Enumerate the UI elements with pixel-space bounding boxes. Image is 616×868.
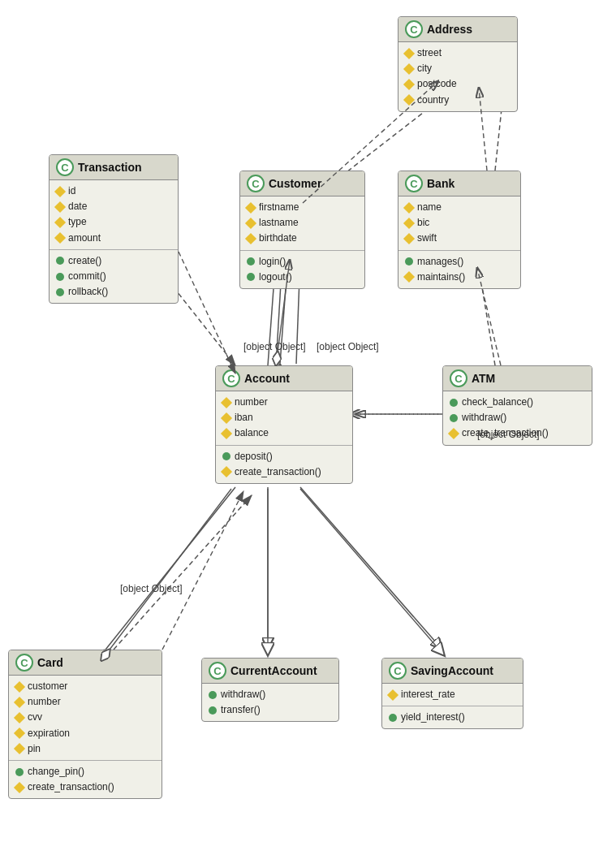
diamond-icon (14, 712, 25, 723)
circle-icon (247, 273, 255, 281)
class-current-account-name: CurrentAccount (230, 664, 317, 677)
class-bank-name: Bank (427, 177, 454, 190)
class-current-account: C CurrentAccount withdraw() transfer() (201, 658, 339, 722)
label-multiplicity-1star: [object Object] (243, 341, 306, 352)
class-saving-account-header: C SavingAccount (382, 659, 523, 684)
attr-address-city: city (405, 61, 510, 76)
diamond-icon (14, 728, 25, 739)
class-icon-account: C (222, 369, 240, 387)
diamond-icon (387, 689, 398, 701)
class-icon-saving-account: C (389, 662, 407, 680)
circle-icon (209, 706, 217, 715)
class-card-name: Card (37, 656, 63, 669)
diamond-icon (14, 743, 25, 754)
diamond-icon (403, 94, 415, 106)
circle-icon (405, 257, 413, 266)
circle-icon (56, 257, 64, 265)
diamond-icon (221, 412, 232, 424)
class-card-header: C Card (9, 650, 162, 676)
class-address-name: Address (427, 23, 472, 36)
diamond-icon (403, 48, 415, 59)
diamond-icon (403, 79, 415, 90)
diamond-icon (54, 201, 66, 213)
diamond-icon (54, 217, 66, 228)
attr-address-street: street (405, 45, 510, 61)
class-account-name: Account (244, 372, 290, 385)
diamond-icon (245, 202, 256, 214)
class-icon-bank: C (405, 175, 423, 192)
diamond-icon (403, 233, 415, 244)
class-icon-current-account: C (209, 662, 226, 680)
diamond-icon (14, 782, 25, 793)
diamond-icon (403, 218, 415, 229)
svg-line-28 (110, 489, 231, 650)
class-saving-account-methods: yield_interest() (382, 706, 523, 728)
diamond-icon (403, 63, 415, 75)
class-transaction-name: Transaction (78, 161, 142, 174)
class-icon-atm: C (450, 369, 467, 387)
class-customer: C Customer firstname lastname birthdate … (239, 171, 365, 289)
diamond-icon (403, 271, 415, 283)
class-saving-account: C SavingAccount interest_rate yield_inte… (381, 658, 523, 729)
class-customer-attrs: firstname lastname birthdate (240, 196, 364, 251)
label-multiplicity-0star-atm: [object Object] (477, 429, 540, 440)
class-card-methods: change_pin() create_transaction() (9, 761, 162, 798)
svg-line-12 (300, 487, 442, 650)
class-account-header: C Account (216, 366, 352, 391)
class-bank-header: C Bank (398, 171, 520, 196)
class-address-header: C Address (398, 17, 517, 42)
diamond-icon (14, 697, 25, 708)
class-icon-customer: C (247, 175, 265, 192)
circle-icon (247, 257, 255, 266)
circle-icon (450, 414, 458, 422)
class-transaction-header: C Transaction (50, 155, 178, 180)
diamond-icon (221, 397, 232, 408)
class-address-attrs: street city postcode country (398, 42, 517, 111)
class-saving-account-attrs: interest_rate (382, 684, 523, 706)
uml-diagram: C Address street city postcode country (0, 0, 616, 868)
class-atm-header: C ATM (443, 366, 592, 391)
circle-icon (15, 768, 24, 776)
class-transaction: C Transaction id date type amount (49, 154, 179, 304)
class-address: C Address street city postcode country (398, 16, 518, 112)
class-customer-name: Customer (269, 177, 321, 190)
attr-address-country: country (405, 93, 510, 108)
class-transaction-attrs: id date type amount (50, 180, 178, 250)
circle-icon (389, 714, 397, 722)
class-account: C Account number iban balance deposit() (215, 365, 353, 484)
diamond-icon (221, 428, 232, 439)
diamond-icon (448, 428, 459, 439)
class-icon-transaction: C (56, 158, 74, 176)
diamond-icon (245, 233, 256, 244)
circle-icon (209, 691, 217, 699)
class-saving-account-name: SavingAccount (411, 664, 493, 677)
class-card: C Card customer number cvv expiration (8, 650, 162, 799)
class-account-methods: deposit() create_transaction() (216, 446, 352, 483)
circle-icon (222, 452, 230, 460)
circle-icon (56, 288, 64, 296)
svg-line-22 (179, 252, 235, 374)
svg-line-13 (106, 487, 235, 650)
diamond-icon (54, 186, 66, 197)
attr-address-postcode: postcode (405, 76, 510, 92)
diamond-icon (14, 681, 25, 693)
class-card-attrs: customer number cvv expiration pin (9, 676, 162, 761)
svg-line-29 (162, 491, 243, 650)
class-customer-methods: login() logout() (240, 251, 364, 288)
class-bank: C Bank name bic swift manages() (398, 171, 521, 289)
svg-line-10 (114, 495, 252, 650)
class-icon-address: C (405, 20, 423, 38)
class-bank-attrs: name bic swift (398, 196, 520, 251)
class-current-account-methods: withdraw() transfer() (202, 684, 338, 721)
label-multiplicity-0star-account: [object Object] (317, 341, 379, 352)
class-account-attrs: number iban balance (216, 391, 352, 446)
svg-line-27 (300, 489, 445, 656)
class-transaction-methods: create() commit() rollback() (50, 250, 178, 304)
diamond-icon (54, 232, 66, 244)
diamond-icon (403, 202, 415, 214)
label-multiplicity-0star-card: [object Object] (120, 583, 183, 594)
circle-icon (56, 273, 64, 281)
diamond-icon (221, 466, 232, 477)
class-icon-card: C (15, 654, 33, 672)
class-customer-header: C Customer (240, 171, 364, 196)
